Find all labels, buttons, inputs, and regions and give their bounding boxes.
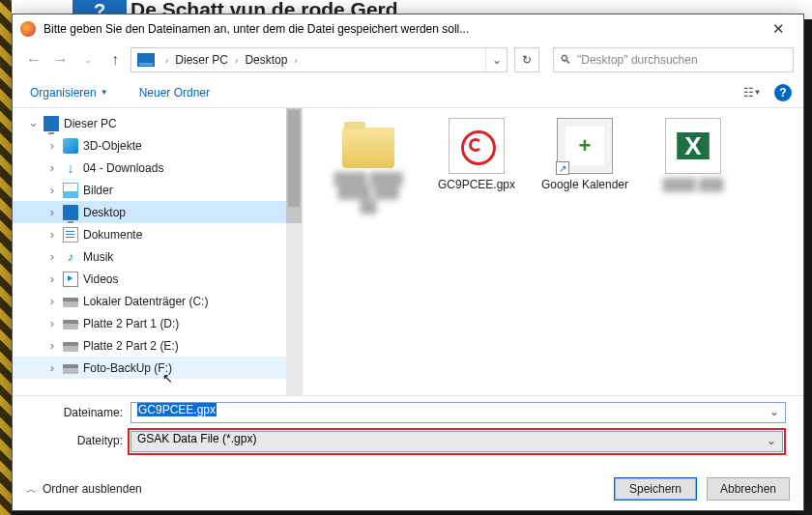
refresh-button[interactable]: ↻	[514, 47, 539, 72]
filetype-highlight: GSAK Data File (*.gpx)	[128, 428, 786, 455]
expand-icon[interactable]	[46, 316, 58, 330]
drive-icon	[63, 320, 78, 329]
tree-scrollbar[interactable]	[286, 108, 302, 395]
tree-item-pictures[interactable]: Bilder	[13, 179, 302, 201]
chevron-icon[interactable]: ›	[230, 55, 243, 66]
up-button[interactable]: ↑	[103, 48, 127, 72]
file-item-gpx[interactable]: GC9PCEE.gpx	[430, 118, 523, 214]
titlebar: Bitte geben Sie den Dateinamen an, unter…	[13, 14, 803, 43]
excel-file-icon	[665, 118, 721, 174]
tree-item-music[interactable]: ♪Musik	[13, 245, 302, 268]
shortcut-arrow-icon: ↗	[556, 161, 569, 175]
dialog-title: Bitte geben Sie den Dateinamen an, unter…	[44, 22, 759, 36]
address-bar[interactable]: › Dieser PC › Desktop › ⌄	[130, 47, 508, 72]
file-list[interactable]: ████ ████████ █████ GC9PCEE.gpx ↗ Google…	[303, 108, 803, 395]
address-dropdown[interactable]: ⌄	[485, 48, 507, 72]
folder-icon	[342, 128, 394, 168]
expand-icon[interactable]	[46, 360, 58, 375]
folder-tree: Dieser PC 3D-Objekte ↓04 - Downloads Bil…	[13, 108, 303, 395]
cancel-button[interactable]: Abbrechen	[707, 477, 790, 501]
file-item-excel[interactable]: ████ ███	[647, 118, 740, 214]
dropdown-icon: ▼	[101, 88, 108, 97]
view-options-button[interactable]: ☷ ▼	[740, 81, 765, 104]
save-file-dialog: Bitte geben Sie den Dateinamen an, unter…	[12, 14, 804, 511]
download-icon: ↓	[63, 160, 78, 176]
search-icon: 🔍︎	[560, 53, 571, 67]
tree-item-desktop[interactable]: Desktop	[13, 201, 302, 223]
search-input[interactable]: 🔍︎ "Desktop" durchsuchen	[553, 47, 794, 72]
file-item-shortcut[interactable]: ↗ Google Kalender	[538, 118, 631, 214]
dialog-footer: ︿ Ordner ausblenden Speichern Abbrechen	[13, 468, 803, 510]
filename-value: GC9PCEE.gpx	[137, 403, 217, 416]
expand-icon[interactable]	[46, 160, 58, 175]
expand-icon[interactable]	[27, 116, 39, 130]
expand-icon[interactable]	[46, 294, 58, 308]
app-shortcut-icon: ↗	[557, 118, 613, 174]
filename-input[interactable]: GC9PCEE.gpx	[130, 402, 786, 423]
organize-button[interactable]: Organisieren▼	[24, 82, 114, 103]
expand-icon[interactable]	[46, 272, 58, 286]
cube-icon	[63, 138, 78, 154]
chevron-icon[interactable]: ›	[160, 55, 173, 66]
search-placeholder: "Desktop" durchsuchen	[577, 53, 698, 67]
hide-folders-button[interactable]: ︿ Ordner ausblenden	[26, 482, 142, 497]
form-area: Dateiname: GC9PCEE.gpx Dateityp: GSAK Da…	[13, 396, 803, 468]
music-icon: ♪	[63, 249, 78, 265]
help-button[interactable]: ?	[774, 84, 792, 101]
tree-item-drive-d[interactable]: Platte 2 Part 1 (D:)	[13, 312, 302, 334]
file-item-folder[interactable]: ████ ████████ █████	[322, 118, 415, 214]
desktop-icon	[63, 205, 78, 220]
file-label: GC9PCEE.gpx	[438, 178, 515, 191]
path-segment-desktop[interactable]: Desktop	[243, 53, 289, 67]
chevron-up-icon: ︿	[26, 482, 37, 497]
tree-item-videos[interactable]: Videos	[13, 268, 302, 290]
expand-icon[interactable]	[46, 205, 58, 219]
toolbar: Organisieren▼ Neuer Ordner ☷ ▼ ?	[13, 77, 803, 108]
expand-icon[interactable]	[46, 138, 58, 153]
filetype-label: Dateityp:	[30, 434, 123, 447]
tree-item-drive-f[interactable]: Foto-BackUp (F:)	[13, 357, 302, 379]
path-segment-pc[interactable]: Dieser PC	[173, 53, 230, 67]
save-button[interactable]: Speichern	[614, 477, 697, 501]
video-icon	[63, 272, 78, 287]
gpx-file-icon	[449, 118, 505, 174]
back-button[interactable]: ←	[22, 48, 45, 72]
tree-item-drive-c[interactable]: Lokaler Datenträger (C:)	[13, 290, 302, 312]
filename-label: Dateiname:	[30, 406, 123, 419]
drive-icon	[63, 364, 78, 374]
tree-item-3d-objects[interactable]: 3D-Objekte	[13, 134, 302, 157]
picture-icon	[63, 183, 78, 198]
file-label: ████ ███	[663, 178, 724, 191]
close-button[interactable]: ✕	[759, 15, 798, 43]
file-label: Google Kalender	[541, 178, 628, 191]
document-icon	[63, 227, 78, 243]
firefox-icon	[20, 21, 36, 37]
expand-icon[interactable]	[46, 249, 58, 264]
chevron-icon[interactable]: ›	[289, 55, 302, 66]
navigation-bar: ← → ⌄ ↑ › Dieser PC › Desktop › ⌄ ↻ 🔍︎ "…	[13, 43, 803, 77]
recent-dropdown[interactable]: ⌄	[76, 48, 100, 72]
filetype-value: GSAK Data File (*.gpx)	[137, 432, 256, 445]
drive-icon	[63, 298, 78, 307]
file-label: ████ ████████ █████	[334, 172, 402, 214]
tree-item-documents[interactable]: Dokumente	[13, 223, 302, 245]
monitor-icon	[137, 53, 155, 67]
new-folder-button[interactable]: Neuer Ordner	[133, 82, 216, 103]
filetype-dropdown[interactable]: GSAK Data File (*.gpx)	[130, 431, 783, 452]
tree-root-this-pc[interactable]: Dieser PC	[13, 112, 302, 134]
drive-icon	[63, 342, 78, 352]
tree-item-downloads[interactable]: ↓04 - Downloads	[13, 157, 302, 179]
expand-icon[interactable]	[46, 183, 58, 197]
expand-icon[interactable]	[46, 338, 58, 353]
expand-icon[interactable]	[46, 227, 58, 242]
monitor-icon	[44, 116, 59, 131]
tree-item-drive-e[interactable]: Platte 2 Part 2 (E:)	[13, 334, 302, 357]
forward-button: →	[49, 48, 72, 72]
